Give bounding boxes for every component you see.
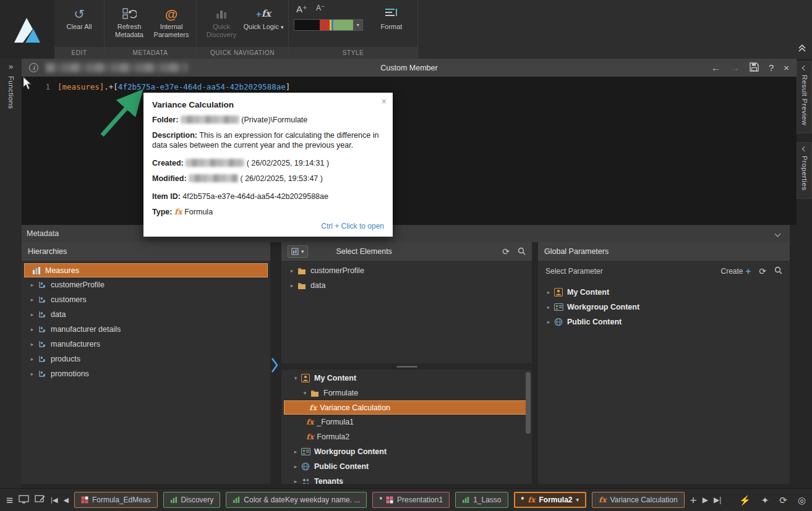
expander-icon[interactable]: ▸	[291, 449, 300, 455]
metadata-section-bar[interactable]: Metadata	[22, 225, 790, 242]
formula-code-editor[interactable]: 1 [measures].+[4f2b575a-e37e-464d-aa54-4…	[22, 77, 797, 225]
slideshow-icon[interactable]	[19, 495, 29, 505]
param-item-public-content[interactable]: ▸ Public Content	[538, 315, 790, 329]
functions-collapsed-panel[interactable]: » Functions	[0, 59, 22, 488]
expander-icon[interactable]: ▸	[28, 371, 36, 377]
font-increase-icon[interactable]: A⁺	[296, 4, 307, 15]
tree-splitter[interactable]	[281, 363, 532, 370]
tree-item-formula2[interactable]: fx Formula2	[281, 429, 532, 444]
play-last-icon[interactable]: ▶|	[714, 496, 721, 504]
tab-color-datekey[interactable]: Color & dateKey weekday name. ...	[226, 492, 367, 508]
tree-item-variance-calculation[interactable]: fx Variance Calculation	[284, 400, 529, 415]
back-icon[interactable]: ←	[711, 63, 720, 72]
functions-tab-label[interactable]: Functions	[7, 76, 15, 109]
splitter-grip[interactable]	[396, 366, 417, 368]
add-tab-icon[interactable]: +	[690, 494, 697, 506]
tab-variance-calculation[interactable]: fx Variance Calculation	[592, 492, 685, 508]
quick-logic-button[interactable]: +fx Quick Logic ▾	[242, 2, 284, 47]
tooltip-close-icon[interactable]: ×	[382, 96, 387, 106]
expander-icon[interactable]: ▸	[291, 463, 300, 470]
previous-tab-icon[interactable]: ◀	[63, 497, 68, 504]
tree-item-my-content[interactable]: ▾ My Content	[281, 371, 532, 386]
tab-presentation1[interactable]: * Presentation1	[372, 492, 450, 508]
expander-icon[interactable]: ▸	[288, 282, 296, 289]
hierarchy-item-measures[interactable]: Measures	[24, 263, 268, 277]
code-line[interactable]: 1 [measures].+[4f2b575a-e37e-464d-aa54-4…	[22, 82, 290, 91]
tree-item-workgroup-content[interactable]: ▸ Workgroup Content	[281, 444, 532, 459]
quick-logic-label: Quick Logic ▾	[243, 23, 283, 32]
expander-icon[interactable]: ▸	[28, 311, 36, 318]
bars-icon	[233, 496, 240, 504]
scrollbar-thumb[interactable]	[526, 372, 531, 434]
hierarchy-item-customerprofile[interactable]: ▸ customerProfile	[22, 277, 270, 292]
refresh-icon[interactable]: ⟳	[502, 247, 510, 256]
tree-item-formula1[interactable]: fx _Formula1	[281, 415, 532, 429]
tab-discovery[interactable]: Discovery	[163, 492, 221, 508]
expander-icon[interactable]: ▸	[288, 268, 296, 274]
folder-item-customerprofile[interactable]: ▸ customerProfile	[281, 263, 532, 278]
internal-parameters-button[interactable]: @ Internal Parameters	[150, 2, 192, 47]
ctrl-click-hint[interactable]: Ctrl + Click to open	[152, 222, 384, 230]
info-icon[interactable]: i	[29, 63, 38, 72]
refresh-icon[interactable]: ⟳	[759, 267, 766, 276]
expander-icon[interactable]: ▾	[301, 390, 309, 396]
hierarchy-item-data[interactable]: ▸ data	[22, 307, 270, 322]
element-type-dropdown[interactable]: ▾	[288, 245, 308, 258]
close-editor-icon[interactable]: ×	[784, 63, 789, 72]
folder-item-data[interactable]: ▸ data	[281, 278, 532, 293]
collapse-metadata-icon[interactable]	[775, 230, 781, 237]
group-label-quick-navigation: QUICK NAVIGATION	[197, 47, 288, 59]
expander-icon[interactable]: ▸	[28, 326, 36, 332]
first-tab-icon[interactable]: |◀	[51, 497, 58, 504]
hierarchy-icon	[36, 295, 48, 304]
expander-icon[interactable]: ▸	[544, 304, 553, 310]
search-icon[interactable]	[518, 247, 526, 256]
save-icon[interactable]	[750, 62, 759, 73]
format-button[interactable]: Format	[370, 2, 412, 47]
hierarchy-item-promotions[interactable]: ▸ promotions	[22, 366, 270, 381]
tab-properties[interactable]: Properties	[797, 142, 812, 198]
highlight-icon[interactable]: ✦	[761, 496, 769, 505]
expander-icon[interactable]: ▸	[28, 282, 36, 288]
expand-panel-icon[interactable]: »	[9, 59, 13, 71]
tree-item-tenants[interactable]: ▸ Tenants	[281, 474, 532, 484]
menu-icon[interactable]: ≡	[6, 494, 13, 506]
chevron-down-icon[interactable]: ▾	[576, 497, 579, 503]
hierarchy-item-products[interactable]: ▸ products	[22, 352, 270, 366]
expander-icon[interactable]: ▾	[291, 375, 300, 381]
expander-icon[interactable]: ▸	[291, 478, 300, 484]
expand-collapse-handle[interactable]	[271, 357, 279, 376]
hierarchy-item-customers[interactable]: ▸ customers	[22, 292, 270, 307]
clear-all-button[interactable]: ↺ Clear All	[58, 2, 100, 47]
palette-black-segment	[294, 20, 320, 30]
tree-item-formulate[interactable]: ▾ Formulate	[281, 386, 532, 400]
play-icon[interactable]: ▶	[703, 496, 708, 504]
expander-icon[interactable]: ▸	[28, 356, 36, 362]
expander-icon[interactable]: ▸	[544, 289, 553, 295]
search-icon[interactable]	[774, 266, 782, 276]
tab-formula2-active[interactable]: * fx Formula2 ▾	[514, 492, 587, 508]
expander-icon[interactable]: ▸	[28, 341, 36, 347]
param-item-workgroup-content[interactable]: ▸ Workgroup Content	[538, 300, 790, 315]
refresh-metadata-button[interactable]: Refresh Metadata	[108, 2, 150, 47]
tab-formula-edmeas[interactable]: Formula_EdMeas	[74, 492, 158, 508]
expander-icon[interactable]: ▸	[28, 297, 36, 303]
hierarchy-item-manufacturers[interactable]: ▸ manufacturers	[22, 337, 270, 352]
hierarchy-item-manufacturer-details[interactable]: ▸ manufacturer details	[22, 322, 270, 337]
param-item-my-content[interactable]: ▸ My Content	[538, 285, 790, 300]
color-palette-picker[interactable]: ▾	[294, 19, 363, 31]
tree-item-public-content[interactable]: ▸ Public Content	[281, 459, 532, 474]
edit-canvas-icon[interactable]	[35, 495, 45, 505]
expander-icon[interactable]: ▸	[544, 319, 553, 325]
palette-dropdown-icon[interactable]: ▾	[353, 20, 362, 30]
interactions-icon[interactable]: ⚡	[739, 496, 751, 505]
tab-1-lasso[interactable]: 1_Lasso	[455, 492, 508, 508]
help-icon[interactable]: ?	[769, 63, 774, 72]
font-decrease-icon[interactable]: A⁻	[316, 4, 325, 15]
app-logo[interactable]	[0, 0, 54, 59]
create-parameter-button[interactable]: Create +	[720, 266, 751, 276]
collapse-ribbon-icon[interactable]	[797, 44, 807, 55]
refresh-tab-icon[interactable]: ⟳	[779, 496, 787, 505]
target-icon[interactable]: ◎	[798, 496, 806, 505]
tab-result-preview[interactable]: Result Preview	[797, 61, 812, 133]
